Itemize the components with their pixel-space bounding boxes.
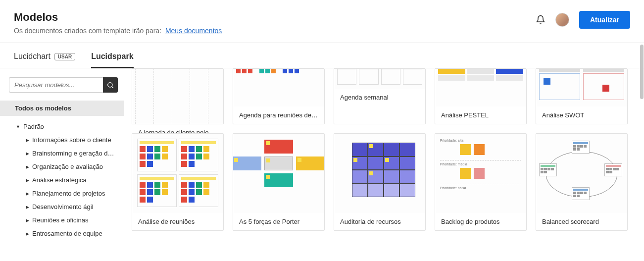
- tree-item-label: Organização e avaliação: [32, 163, 103, 170]
- tree-item[interactable]: Brainstorming e geração d…: [19, 147, 118, 160]
- notifications-icon[interactable]: [536, 15, 545, 25]
- update-button[interactable]: Atualizar: [579, 11, 630, 29]
- svg-point-0: [108, 82, 112, 87]
- tree-item[interactable]: Planejamento de projetos: [19, 187, 118, 200]
- tree-item-label: Entrosamento de equipe: [32, 230, 102, 237]
- tree-root-padrao[interactable]: Padrão: [9, 120, 118, 133]
- tree-item[interactable]: Reuniões e oficinas: [19, 213, 118, 227]
- template-thumbnail: [536, 134, 627, 213]
- template-title: Agenda para reuniões de …: [233, 106, 324, 124]
- tree-item-label: Análise estratégica: [32, 176, 87, 184]
- caret-right-icon: [26, 205, 29, 209]
- tree-item[interactable]: Desenvolvimento ágil: [19, 200, 118, 213]
- tab-lucidchart-badge: USAR: [54, 53, 75, 60]
- svg-line-1: [112, 87, 113, 88]
- template-card[interactable]: Auditoria de recursos: [334, 133, 426, 231]
- category-all-templates[interactable]: Todos os modelos: [0, 101, 124, 116]
- template-thumbnail: Prioridade: alta Prioridade: média Prior…: [435, 134, 526, 213]
- tree-root-label: Padrão: [23, 123, 44, 130]
- template-card[interactable]: Balanced scorecard: [536, 133, 628, 231]
- template-thumbnail: [132, 69, 223, 124]
- template-card[interactable]: As 5 forças de Porter: [233, 133, 325, 231]
- tree-subtree: Informações sobre o cliente Brainstormin…: [9, 133, 118, 240]
- tree-item[interactable]: Análise estratégica: [19, 173, 118, 187]
- template-thumbnail: [435, 69, 526, 106]
- search-icon: [106, 81, 114, 89]
- template-card[interactable]: Agenda para reuniões de …: [233, 68, 325, 124]
- backlog-label: Prioridade: média: [440, 162, 521, 166]
- caret-right-icon: [26, 151, 29, 156]
- caret-right-icon: [26, 178, 29, 183]
- tree-item-label: Informações sobre o cliente: [32, 136, 111, 144]
- tab-lucidspark[interactable]: Lucidspark: [91, 52, 133, 68]
- subtitle: Os documentos criados com template irão …: [14, 27, 222, 35]
- caret-right-icon: [26, 138, 29, 143]
- tab-lucidspark-label: Lucidspark: [91, 52, 133, 61]
- template-card[interactable]: Análise SWOT: [536, 68, 628, 124]
- tree-item-label: Planejamento de projetos: [32, 190, 105, 197]
- template-title: Análise de reuniões: [132, 213, 223, 230]
- caret-right-icon: [26, 164, 29, 169]
- tab-lucidchart[interactable]: Lucidchart USAR: [14, 52, 75, 68]
- template-thumbnail: [233, 69, 324, 106]
- user-avatar[interactable]: [555, 13, 569, 27]
- template-card[interactable]: Prioridade: alta Prioridade: média Prior…: [435, 133, 527, 231]
- tree-item-label: Reuniões e oficinas: [32, 216, 88, 224]
- tab-lucidchart-label: Lucidchart: [14, 52, 50, 61]
- template-title: Balanced scorecard: [536, 213, 627, 230]
- sidebar: Todos os modelos Padrão Informações sobr…: [0, 68, 124, 250]
- template-title: Análise PESTEL: [435, 106, 526, 124]
- page-title: Modelos: [14, 11, 222, 24]
- template-title: Agenda semanal: [334, 89, 425, 106]
- product-tabs: Lucidchart USAR Lucidspark: [0, 43, 644, 68]
- tree-item-label: Brainstorming e geração d…: [32, 150, 114, 157]
- caret-right-icon: [26, 231, 29, 236]
- template-title: Backlog de produtos: [435, 213, 526, 230]
- caret-right-icon: [26, 191, 29, 196]
- search-input[interactable]: [9, 77, 103, 93]
- caret-down-icon: [16, 124, 20, 129]
- tree-item[interactable]: Informações sobre o cliente: [19, 133, 118, 147]
- tree-item-label: Desenvolvimento ágil: [32, 203, 94, 210]
- template-thumbnail: [536, 69, 627, 106]
- tree-item[interactable]: Organização e avaliação: [19, 160, 118, 173]
- template-thumbnail: [334, 69, 425, 89]
- search-button[interactable]: [103, 77, 118, 93]
- template-card[interactable]: Agenda semanal: [334, 68, 426, 124]
- template-title: Análise SWOT: [536, 106, 627, 124]
- my-documents-link[interactable]: Meus documentos: [165, 27, 222, 35]
- scrollbar-thumb[interactable]: [640, 45, 644, 99]
- template-card[interactable]: Análise PESTEL: [435, 68, 527, 124]
- template-title: Auditoria de recursos: [334, 213, 425, 230]
- caret-right-icon: [26, 218, 29, 223]
- backlog-label: Prioridade: alta: [440, 139, 521, 142]
- subtitle-prefix: Os documentos criados com template irão …: [14, 27, 161, 35]
- template-title: As 5 forças de Porter: [233, 213, 324, 230]
- scrollbar[interactable]: [639, 45, 644, 261]
- template-grid: A jornada do cliente pelos… Agenda para …: [124, 68, 644, 250]
- template-thumbnail: [233, 134, 324, 213]
- backlog-label: Prioridade: baixa: [440, 186, 521, 190]
- template-thumbnail: [132, 134, 223, 213]
- tree-item[interactable]: Entrosamento de equipe: [19, 227, 118, 240]
- template-card[interactable]: Análise de reuniões: [132, 133, 224, 231]
- template-card[interactable]: A jornada do cliente pelos…: [132, 68, 224, 124]
- template-thumbnail: [334, 134, 425, 213]
